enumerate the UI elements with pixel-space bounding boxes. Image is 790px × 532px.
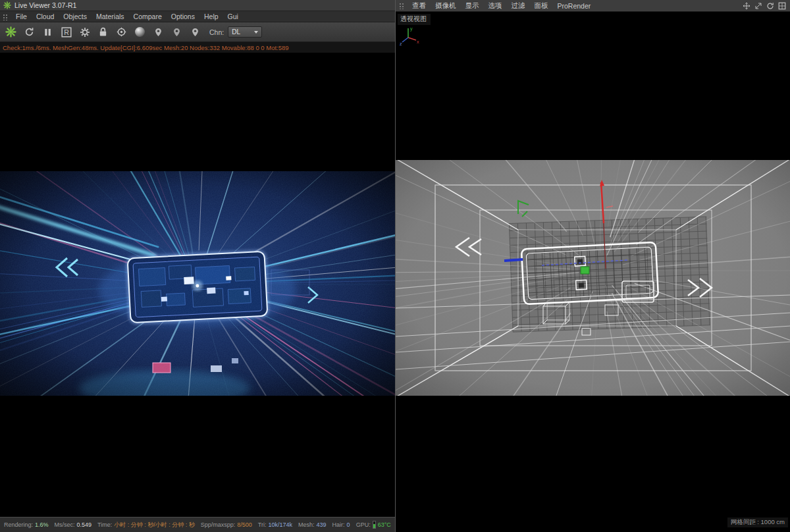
material-ball-icon [135, 27, 145, 37]
status-bar: Rendering: 1.6% Ms/sec: 0.549 Time: 小时 :… [0, 517, 395, 532]
zoom-view-icon [754, 2, 762, 10]
rotate-view-icon [766, 2, 774, 10]
menu-materials[interactable]: Materials [92, 12, 129, 21]
vp-menu-cameras[interactable]: 摄像机 [431, 1, 461, 11]
menu-help[interactable]: Help [199, 12, 223, 21]
menu-gui[interactable]: Gui [223, 12, 243, 21]
status-mssec: Ms/sec: 0.549 [55, 521, 92, 528]
title-bar[interactable]: Live Viewer 3.07-R1 [0, 0, 395, 11]
toolbar: R [0, 22, 395, 42]
menu-file[interactable]: File [11, 12, 32, 21]
material-ball-button[interactable] [132, 24, 148, 40]
focus-picker-icon [117, 27, 126, 37]
svg-text:R: R [64, 28, 69, 36]
channel-value: DL [232, 28, 240, 36]
status-mesh: Mesh: 439 [298, 521, 327, 528]
gpu-temp-bar [373, 521, 376, 529]
channel-label: Chn: [209, 28, 224, 36]
channel-dropdown[interactable]: DL [228, 26, 262, 38]
wireframe-viewport[interactable] [396, 160, 790, 396]
live-viewer-window: Live Viewer 3.07-R1 File Cloud Objects M… [0, 0, 395, 532]
render-stats-line: Check:1ms./6ms. MeshGen:48ms. Update[CGI… [0, 42, 395, 53]
rotate-view-button[interactable] [766, 1, 775, 11]
zoom-view-button[interactable] [754, 1, 763, 11]
menu-cloud[interactable]: Cloud [32, 12, 59, 21]
reset-render-button[interactable]: R [58, 24, 74, 40]
octane-logo-icon [5, 26, 16, 38]
viewport-nav-icons [742, 1, 788, 11]
vp-menu-prorender[interactable]: ProRender [553, 1, 596, 11]
vp-menu-filter[interactable]: 过滤 [507, 1, 530, 11]
material-pin-icon [172, 27, 181, 38]
restart-render-button[interactable] [21, 24, 38, 40]
toggle-panel-button[interactable] [777, 1, 787, 11]
menu-bar: File Cloud Objects Materials Compare Opt… [0, 11, 395, 22]
svg-text:y: y [410, 26, 413, 32]
stats-text: Check:1ms./6ms. MeshGen:48ms. Update[CGI… [3, 44, 289, 51]
pause-icon [43, 28, 52, 37]
svg-text:z: z [400, 41, 402, 46]
lock-icon [98, 27, 108, 37]
pan-view-icon [743, 2, 750, 10]
object-pin-icon [191, 27, 199, 38]
panel-grip[interactable] [3, 13, 9, 20]
material-pin-button[interactable] [169, 24, 185, 40]
c4d-viewport-panel: 查看 摄像机 显示 选项 过滤 面板 ProRender [395, 0, 790, 532]
toggle-panel-icon [778, 2, 786, 10]
start-render-button[interactable] [3, 24, 19, 40]
object-pin-button[interactable] [187, 24, 203, 40]
status-hair: Hair: 0 [332, 521, 350, 528]
menu-objects[interactable]: Objects [59, 12, 92, 21]
focus-pin-button[interactable] [150, 24, 167, 40]
world-axis-gizmo: y x z [399, 24, 421, 47]
vp-menu-panel[interactable]: 面板 [530, 1, 553, 11]
pause-render-button[interactable] [40, 24, 56, 40]
focus-picker-button[interactable] [113, 24, 130, 40]
settings-button[interactable] [76, 24, 93, 40]
lock-resolution-button[interactable] [95, 24, 111, 40]
render-canvas[interactable] [0, 53, 395, 517]
svg-text:x: x [417, 40, 419, 44]
viewport-view-label[interactable]: 透视视图 [398, 14, 431, 25]
window-title: Live Viewer 3.07-R1 [14, 1, 76, 9]
pan-view-button[interactable] [742, 1, 751, 11]
vp-menu-view[interactable]: 查看 [408, 1, 431, 11]
viewport-menu-bar: 查看 摄像机 显示 选项 过滤 面板 ProRender [396, 0, 790, 12]
status-gpu: GPU: 63°C [356, 521, 391, 529]
status-rendering: Rendering: 1.6% [4, 521, 49, 528]
chevron-down-icon [254, 31, 258, 34]
reset-icon: R [61, 27, 72, 38]
vp-menu-display[interactable]: 显示 [461, 1, 484, 11]
status-spp: Spp/maxspp: 8/500 [201, 521, 252, 528]
octane-render-image [0, 171, 395, 396]
gear-icon [80, 27, 90, 38]
refresh-icon [24, 27, 34, 37]
status-time: Time: 小时 : 分钟 : 秒/小时 : 分钟 : 秒 [97, 521, 195, 529]
octane-logo-icon [3, 1, 11, 9]
menu-options[interactable]: Options [167, 12, 199, 21]
vp-menu-options[interactable]: 选项 [484, 1, 507, 11]
status-tri: Tri: 10k/174k [258, 521, 292, 528]
panel-grip[interactable] [399, 2, 405, 9]
menu-compare[interactable]: Compare [129, 12, 167, 21]
focus-pin-icon [154, 27, 163, 38]
grid-spacing-label: 网格间距 : 1000 cm [727, 518, 788, 527]
